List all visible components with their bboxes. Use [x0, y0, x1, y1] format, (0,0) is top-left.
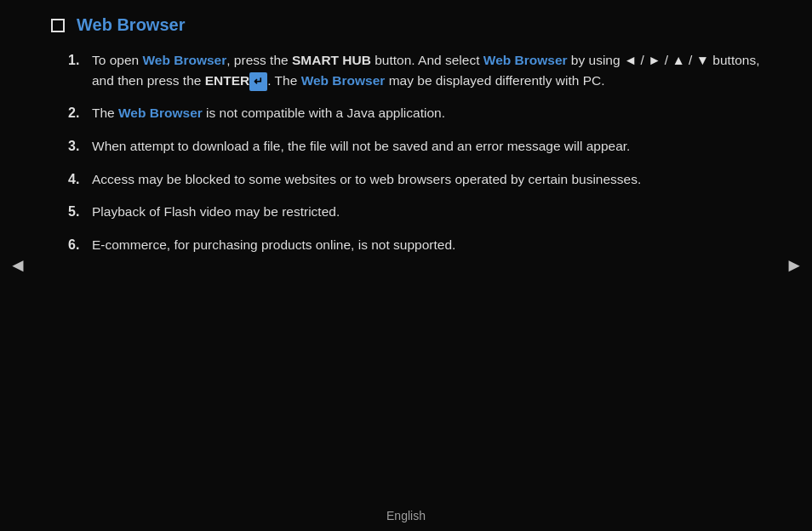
enter-icon: ↵ [249, 72, 267, 91]
bold-smarthub: SMART HUB [292, 53, 371, 67]
footer: English [0, 509, 812, 522]
item-text-6: E-commerce, for purchasing products onli… [92, 235, 455, 256]
section-checkbox [51, 19, 65, 32]
section-title: Web Browser [77, 15, 185, 35]
list-item: 1. To open Web Browser, press the SMART … [68, 50, 761, 91]
item-number-6: 6. [68, 235, 92, 256]
highlight-webbrowser-1a: Web Browser [142, 53, 226, 67]
highlight-webbrowser-1b: Web Browser [483, 53, 568, 67]
item-number-4: 4. [68, 169, 92, 191]
section-header: Web Browser [51, 15, 761, 35]
items-list: 1. To open Web Browser, press the SMART … [51, 50, 761, 256]
highlight-webbrowser-1c: Web Browser [301, 73, 386, 88]
highlight-webbrowser-2: Web Browser [118, 106, 203, 120]
item-text-3: When attempt to download a file, the fil… [92, 136, 630, 157]
item-number-3: 3. [68, 136, 92, 157]
nav-arrow-left[interactable]: ◄ [9, 254, 27, 277]
item-text-5: Playback of Flash video may be restricte… [92, 202, 340, 223]
item-number-1: 1. [68, 50, 92, 91]
list-item: 6. E-commerce, for purchasing products o… [68, 235, 761, 256]
nav-arrow-right[interactable]: ► [785, 254, 803, 277]
item-text-1: To open Web Browser, press the SMART HUB… [92, 50, 761, 91]
footer-language: English [386, 509, 426, 522]
bold-enter: ENTER [205, 73, 250, 88]
item-number-5: 5. [68, 202, 92, 223]
list-item: 4. Access may be blocked to some website… [68, 169, 761, 191]
main-content: Web Browser 1. To open Web Browser, pres… [0, 0, 812, 285]
item-text-2: The Web Browser is not compatible with a… [92, 103, 445, 124]
list-item: 5. Playback of Flash video may be restri… [68, 202, 761, 223]
item-text-4: Access may be blocked to some websites o… [92, 169, 641, 191]
list-item: 2. The Web Browser is not compatible wit… [68, 103, 761, 124]
list-item: 3. When attempt to download a file, the … [68, 136, 761, 157]
item-number-2: 2. [68, 103, 92, 124]
